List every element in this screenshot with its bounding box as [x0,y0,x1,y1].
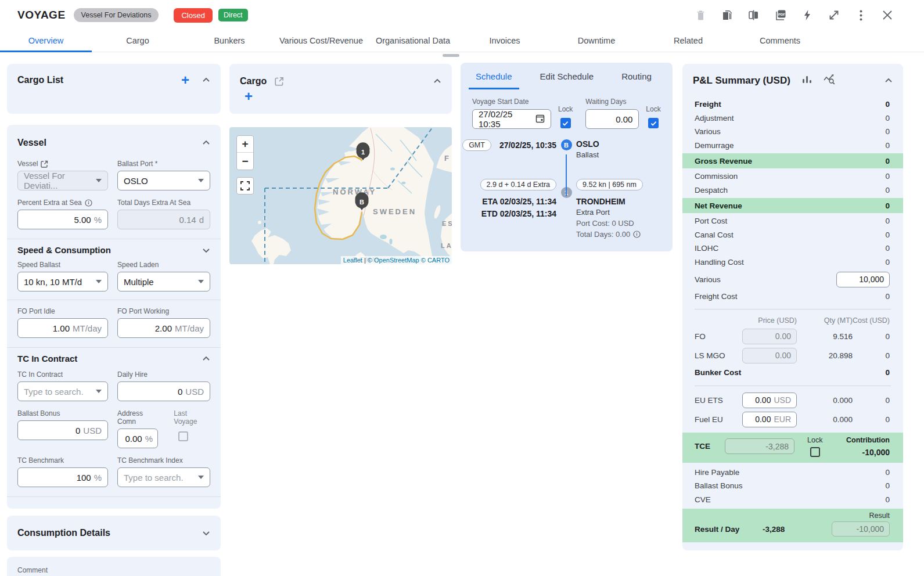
chevron-down-icon [96,179,102,182]
ballast-port-field: Ballast Port * OSLO [117,160,210,190]
kebab-menu-icon[interactable] [854,9,867,21]
fo-port-idle-input[interactable]: 1.00MT/day [17,318,108,338]
percent-extra-input[interactable]: 5.00% [17,210,108,229]
address-comn-field: Address Comn 0.00% [117,409,161,448]
eu-ets-input[interactable]: 0.00USD [742,393,797,408]
pnl-label: Net Revenue [695,201,742,210]
tab-routing[interactable]: Routing [618,63,655,89]
tab-related[interactable]: Related [642,30,734,52]
calendar-icon[interactable] [535,114,545,125]
comment-label: Comment [17,566,48,574]
osm-link[interactable]: © OpenStreetMap [368,257,419,264]
cargo-list-title: Cargo List [17,75,63,85]
waiting-days-input[interactable]: 0.00 [585,109,639,129]
chevron-up-icon[interactable] [202,139,210,147]
tab-overview[interactable]: Overview [0,30,92,52]
add-cargo-row-button[interactable]: + [245,88,253,104]
tab-various-cost-revenue[interactable]: Various Cost/Revenue [275,30,367,52]
speed-laden-field: Speed Laden Multiple [117,261,210,291]
tc-benchmark-input[interactable]: 100% [17,467,108,487]
tab-bunkers[interactable]: Bunkers [184,30,275,52]
tc-contract-select[interactable]: Type to search. [17,381,108,401]
tab-comments[interactable]: Comments [734,30,826,52]
timezone-chip[interactable]: GMT [462,139,491,151]
pdf-export-icon[interactable]: PDF [774,9,787,21]
pnl-label: Adjustment [695,114,734,123]
compare-icon[interactable] [747,9,760,21]
pnl-value: 0 [885,172,890,181]
map-label-estonia: ES [442,220,452,227]
map-zoom-in-button[interactable]: + [237,136,253,153]
pnl-label: Handling Cost [695,258,744,267]
address-comn-input[interactable]: 0.00% [117,429,158,448]
chevron-down-icon [96,390,102,393]
fuel-eu-input[interactable]: 0.00EUR [742,412,797,427]
external-link-icon[interactable] [41,160,48,168]
analytics-icon[interactable] [824,74,835,87]
voyage-start-lock-checkbox[interactable] [560,118,571,128]
map-label-sweden: SWEDEN [373,207,416,216]
expand-icon[interactable] [828,9,840,21]
add-cargo-button[interactable]: + [181,74,189,86]
pnl-value: 0 [885,468,890,477]
schedule-column: Schedule Edit Schedule Routing Voyage St… [461,63,673,251]
chevron-up-icon[interactable] [202,355,210,363]
pnl-value: 0 [885,495,890,504]
map-fullscreen-button[interactable] [236,177,254,195]
chevron-down-icon[interactable] [202,529,210,537]
middle-column: Cargo + [229,64,452,264]
voyage-type-badge: Direct [218,9,248,21]
carto-link[interactable]: © CARTO [421,257,450,264]
various-cost-input[interactable]: 10,000 [836,272,890,287]
tc-contract-label: TC In Contract [17,370,63,379]
copy-icon[interactable] [721,9,734,21]
speed-ballast-label: Speed Ballast [17,261,60,269]
lightning-icon[interactable] [801,9,814,21]
pnl-value: 0 [885,481,890,490]
tc-benchmark-index-label: TC Benchmark Index [117,456,183,465]
tab-cargo[interactable]: Cargo [92,30,184,52]
speed-laden-select[interactable]: Multiple [117,272,210,291]
bunker-table-header: Price (USD) Qty (MT) Cost (USD) [682,314,903,327]
pnl-panel: P&L Summary (USD) Freight0 Adjustment0 V… [682,64,903,550]
open-cargo-icon[interactable] [275,77,284,86]
last-voyage-label: Last Voyage [174,409,210,426]
waiting-days-lock-checkbox[interactable] [648,118,659,128]
pnl-value: 0 [885,100,890,109]
port2-type: Extra Port [576,208,673,217]
tce-lock-checkbox[interactable] [810,447,820,457]
tab-edit-schedule[interactable]: Edit Schedule [537,63,598,89]
chevron-down-icon[interactable] [202,246,210,254]
chevron-down-icon [198,476,204,479]
vessel-select[interactable]: Vessel For Deviati... [17,171,108,190]
leaflet-link[interactable]: Leaflet [343,257,362,264]
pnl-value: 0 [885,217,890,225]
ballast-port-select[interactable]: OSLO [117,171,210,190]
ballast-bonus-input[interactable]: 0USD [17,420,108,440]
pnl-label: CVE [695,495,711,504]
eta-text: ETA 02/03/25, 11:34 [461,197,556,206]
voyage-map[interactable]: NORWAY SWEDEN F ES LA DENM 1 B [229,127,452,264]
tab-downtime[interactable]: Downtime [551,30,642,52]
delete-icon[interactable] [694,9,707,21]
tab-organisational-data[interactable]: Organisational Data [367,30,459,52]
fo-port-working-input[interactable]: 2.00MT/day [117,318,210,338]
tab-schedule[interactable]: Schedule [472,63,516,89]
close-icon[interactable] [881,9,894,21]
tc-benchmark-index-select[interactable]: Type to search. [117,467,210,487]
bar-chart-icon[interactable] [802,75,812,87]
panel-drag-handle[interactable] [443,54,459,57]
topbar-actions: PDF [694,9,907,21]
chevron-up-icon[interactable] [433,77,441,85]
chevron-up-icon[interactable] [202,76,210,84]
tab-invoices[interactable]: Invoices [459,30,551,52]
page-title: VOYAGE [17,9,66,21]
map-zoom-out-button[interactable]: − [237,153,253,170]
tc-benchmark-label: TC Benchmark [17,456,64,465]
voyage-start-date-input[interactable]: 27/02/25 10:35 [472,109,551,129]
speed-ballast-select[interactable]: 10 kn, 10 MT/d [17,272,108,291]
chevron-up-icon[interactable] [885,77,893,85]
svg-text:1: 1 [361,149,365,156]
last-voyage-checkbox[interactable] [178,431,188,441]
daily-hire-input[interactable]: 0USD [117,381,210,401]
